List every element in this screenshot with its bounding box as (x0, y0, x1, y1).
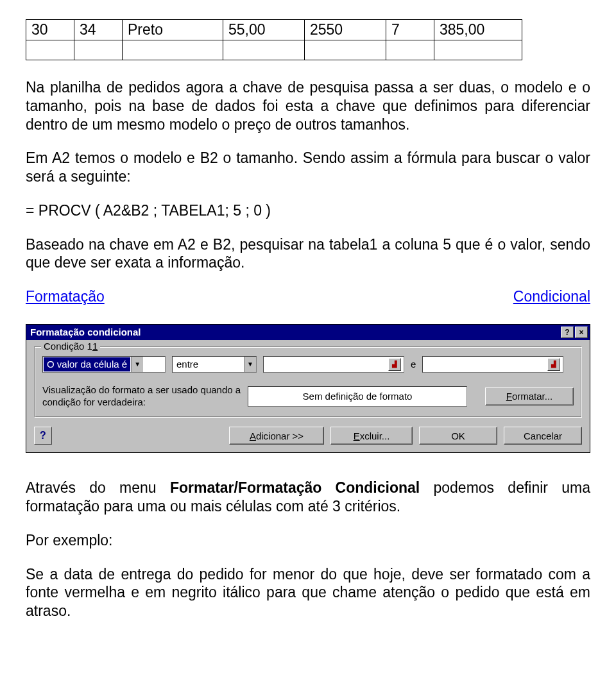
cell: 7 (386, 20, 434, 40)
combo-text: entre (173, 357, 244, 372)
cell: 55,00 (223, 20, 305, 40)
chevron-down-icon: ▼ (244, 357, 256, 372)
cell: 30 (26, 20, 74, 40)
delete-button[interactable]: Excluir... (330, 427, 413, 445)
range-picker-icon[interactable]: ▟ (388, 358, 401, 371)
groupbox-label: Condição 11 (41, 341, 100, 352)
cell (434, 40, 522, 60)
conditional-formatting-dialog: Formatação condicional ? × Condição 11 O… (26, 324, 590, 454)
table-row (26, 40, 522, 60)
cell (123, 40, 223, 60)
cell: 385,00 (434, 20, 522, 40)
formula: = PROCV ( A2&B2 ; TABELA1; 5 ; 0 ) (26, 201, 590, 220)
menu-path: Formatar/Formatação Condicional (170, 479, 420, 496)
cell (26, 40, 74, 60)
body-text: Na planilha de pedidos agora a chave de … (26, 78, 590, 306)
close-icon: × (579, 328, 583, 336)
condition-groupbox: Condição 11 O valor da célula é ▼ entre … (34, 346, 582, 418)
paragraph: Baseado na chave em A2 e B2, pesquisar n… (26, 236, 590, 271)
paragraph: Por exemplo: (26, 531, 590, 550)
preview-label: Visualização do formato a ser usado quan… (42, 384, 241, 409)
paragraph: Na planilha de pedidos agora a chave de … (26, 79, 590, 133)
format-button[interactable]: Formatar... (485, 388, 574, 405)
cell: Preto (123, 20, 223, 40)
section-left: Formatação (26, 287, 105, 306)
section-heading: Formatação Condicional (26, 287, 590, 306)
chevron-down-icon: ▼ (131, 357, 143, 372)
dialog-titlebar[interactable]: Formatação condicional ? × (26, 325, 590, 340)
question-icon: ? (565, 328, 569, 336)
question-icon: ? (40, 430, 46, 441)
add-button[interactable]: Adicionar >> (229, 427, 324, 445)
range-picker-icon[interactable]: ▟ (547, 358, 560, 371)
titlebar-close-button[interactable]: × (575, 327, 588, 338)
help-button[interactable]: ? (34, 427, 52, 445)
between-label: e (411, 359, 416, 370)
data-table: 30 34 Preto 55,00 2550 7 385,00 (26, 19, 522, 60)
format-preview: Sem definição de formato (248, 386, 467, 407)
paragraph: Se a data de entrega do pedido for menor… (26, 565, 590, 620)
cell-value-combo[interactable]: O valor da célula é ▼ (42, 356, 166, 373)
dialog-title: Formatação condicional (30, 327, 141, 337)
cell: 34 (74, 20, 123, 40)
ok-button[interactable]: OK (419, 427, 497, 445)
body-text: Através do menu Formatar/Formatação Cond… (26, 479, 590, 620)
text: Através do menu (26, 479, 170, 496)
section-right: Condicional (513, 287, 590, 306)
value2-field[interactable]: ▟ (422, 356, 563, 373)
cell: 2550 (305, 20, 386, 40)
titlebar-help-button[interactable]: ? (561, 327, 574, 338)
cell (305, 40, 386, 60)
cancel-button[interactable]: Cancelar (504, 427, 582, 445)
cell (223, 40, 305, 60)
value1-field[interactable]: ▟ (263, 356, 404, 373)
operator-combo[interactable]: entre ▼ (172, 356, 257, 373)
table-row: 30 34 Preto 55,00 2550 7 385,00 (26, 20, 522, 40)
combo-text: O valor da célula é (44, 357, 130, 371)
cell (386, 40, 434, 60)
paragraph: Em A2 temos o modelo e B2 o tamanho. Sen… (26, 149, 590, 185)
cell (74, 40, 123, 60)
